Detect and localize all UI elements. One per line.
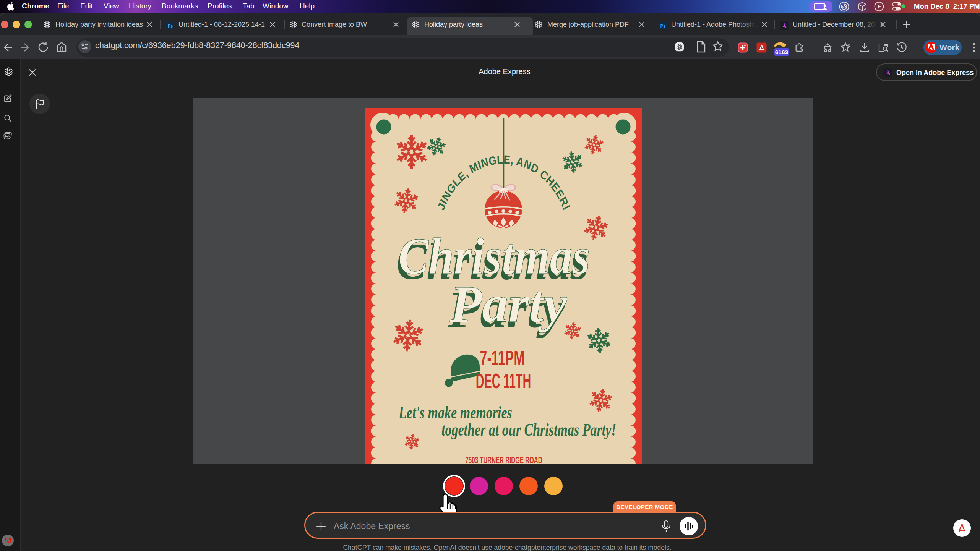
svg-text:Let's make memories: Let's make memories [398, 403, 512, 422]
svg-text:DEC 11TH: DEC 11TH [476, 369, 531, 392]
svg-text:7-11PM: 7-11PM [480, 347, 525, 369]
svg-text:together at our Christmas Part: together at our Christmas Party! [441, 420, 617, 439]
svg-text:6163: 6163 [775, 49, 789, 55]
svg-text:Party: Party [449, 275, 567, 333]
svg-text:7503 TURNER RIDGE ROAD: 7503 TURNER RIDGE ROAD [465, 455, 542, 464]
